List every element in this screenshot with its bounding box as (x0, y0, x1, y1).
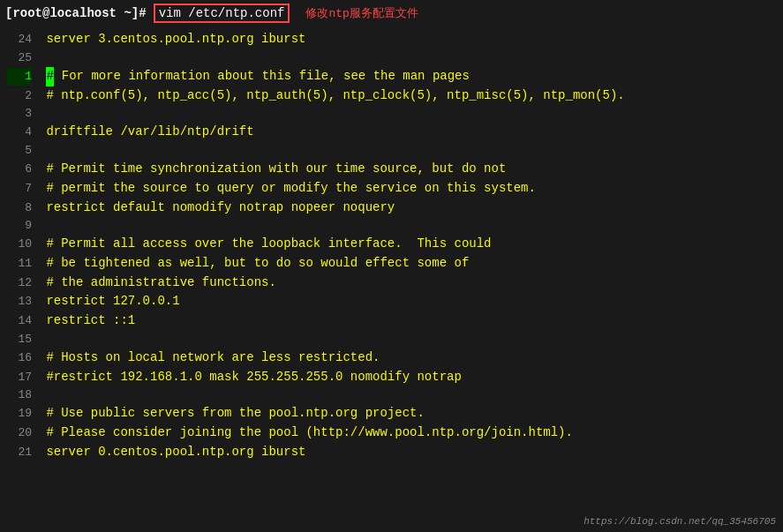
line-item: 21 server 0.centos.pool.ntp.org iburst (7, 443, 776, 462)
line-number: 21 (7, 444, 32, 461)
line-number: 18 (7, 386, 32, 404)
line-number: 9 (7, 217, 32, 235)
line-item: 11 # be tightened as well, but to do so … (7, 254, 776, 273)
line-content: # ntp.conf(5), ntp_acc(5), ntp_auth(5), … (39, 86, 776, 106)
line-number: 13 (7, 293, 32, 311)
content-area: 24 server 3.centos.pool.ntp.org iburst25… (0, 26, 783, 466)
line-number: 24 (7, 31, 32, 49)
line-number: 5 (7, 142, 32, 160)
line-number: 16 (7, 349, 32, 367)
line-content: restrict default nomodify notrap nopeer … (39, 199, 776, 218)
line-content: driftfile /var/lib/ntp/drift (39, 123, 776, 142)
line-item: 15 (7, 331, 776, 348)
header-line: [root@localhost ~]# vim /etc/ntp.conf 修改… (0, 0, 783, 26)
line-number: 1 (7, 68, 32, 86)
line-item: 5 (7, 142, 776, 160)
line-number: 15 (7, 331, 32, 348)
line-item: 2 # ntp.conf(5), ntp_acc(5), ntp_auth(5)… (7, 86, 776, 106)
line-item: 13 restrict 127.0.0.1 (7, 292, 776, 311)
line-content: # Permit all access over the loopback in… (39, 235, 776, 254)
line-content: # Hosts on local network are less restri… (39, 348, 776, 368)
watermark: https://blog.csdn.net/qq_35456705 (583, 516, 776, 527)
line-content: # permit the source to query or modify t… (39, 179, 776, 199)
line-number: 3 (7, 105, 32, 123)
line-item: 9 (7, 217, 776, 235)
line-item: 14 restrict ::1 (7, 311, 776, 331)
line-number: 8 (7, 199, 32, 217)
line-number: 2 (7, 87, 32, 105)
line-content: # be tightened as well, but to do so wou… (39, 254, 776, 273)
line-number: 25 (7, 49, 32, 67)
prompt-text: [root@localhost ~]# (5, 6, 147, 20)
line-item: 7 # permit the source to query or modify… (7, 179, 776, 199)
line-item: 20 # Please consider joining the pool (h… (7, 423, 776, 443)
line-number: 12 (7, 274, 32, 292)
line-item: 18 (7, 386, 776, 404)
line-content: #restrict 192.168.1.0 mask 255.255.255.0… (39, 368, 776, 387)
line-content: server 0.centos.pool.ntp.org iburst (39, 443, 776, 462)
line-number: 20 (7, 424, 32, 442)
line-item: 8 restrict default nomodify notrap nopee… (7, 199, 776, 218)
line-item: 4 driftfile /var/lib/ntp/drift (7, 123, 776, 142)
line-number: 6 (7, 161, 32, 178)
line-item: 24 server 3.centos.pool.ntp.org iburst (7, 30, 776, 49)
line-item: 6 # Permit time synchronization with our… (7, 160, 776, 179)
line-number: 11 (7, 255, 32, 273)
terminal-window: [root@localhost ~]# vim /etc/ntp.conf 修改… (0, 0, 783, 532)
line-item: 17 #restrict 192.168.1.0 mask 255.255.25… (7, 368, 776, 387)
line-content: server 3.centos.pool.ntp.org iburst (39, 30, 776, 49)
line-item: 3 (7, 105, 776, 123)
line-content: restrict 127.0.0.1 (39, 292, 776, 311)
line-content: # Use public servers from the pool.ntp.o… (39, 404, 776, 423)
line-content: restrict ::1 (39, 311, 776, 331)
line-item: 25 (7, 49, 776, 67)
line-number: 17 (7, 369, 32, 386)
line-content: # Permit time synchronization with our t… (39, 160, 776, 179)
line-content: # the administrative functions. (39, 273, 776, 293)
line-number: 7 (7, 180, 32, 198)
line-item: 1 # For more information about this file… (7, 67, 776, 86)
command-text: vim /etc/ntp.conf (154, 4, 290, 23)
line-item: 16 # Hosts on local network are less res… (7, 348, 776, 368)
line-item: 10 # Permit all access over the loopback… (7, 235, 776, 254)
line-number: 10 (7, 236, 32, 253)
line-content: # Please consider joining the pool (http… (39, 423, 776, 443)
cursor: # (46, 67, 54, 86)
line-number: 4 (7, 124, 32, 141)
line-number: 14 (7, 312, 32, 330)
comment-label: 修改ntp服务配置文件 (305, 5, 418, 21)
line-item: 12 # the administrative functions. (7, 273, 776, 293)
line-content: # For more information about this file, … (39, 67, 776, 86)
line-item: 19 # Use public servers from the pool.nt… (7, 404, 776, 423)
line-number: 19 (7, 405, 32, 423)
